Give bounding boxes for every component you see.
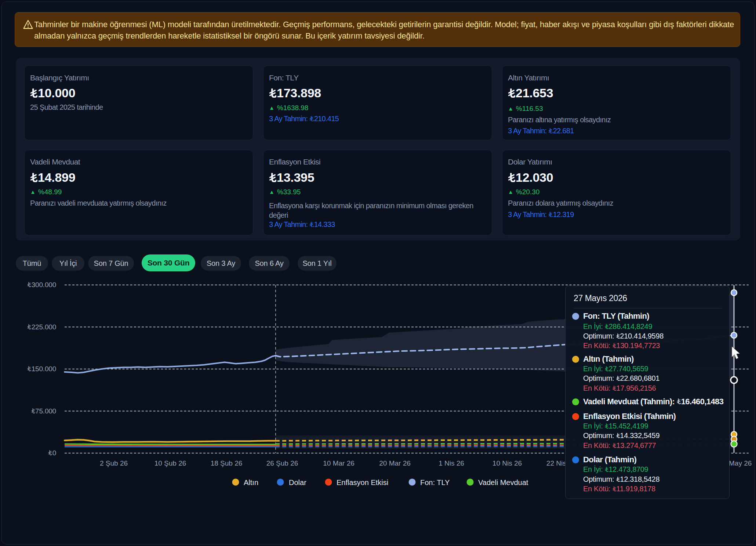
svg-text:Dolar: Dolar bbox=[289, 478, 306, 487]
svg-text:1 Nis 26: 1 Nis 26 bbox=[439, 459, 464, 467]
svg-text:10 Nis 26: 10 Nis 26 bbox=[493, 459, 522, 467]
svg-text:Enflasyon Etkisi: Enflasyon Etkisi bbox=[337, 478, 388, 487]
svg-text:Vadeli Mevduat: Vadeli Mevduat bbox=[478, 478, 528, 487]
svg-text:20 Mar 26: 20 Mar 26 bbox=[379, 459, 411, 467]
svg-text:10 Şub 26: 10 Şub 26 bbox=[155, 459, 186, 467]
svg-text:10 Mar 26: 10 Mar 26 bbox=[323, 459, 355, 467]
svg-text:Fon: TLY: Fon: TLY bbox=[420, 478, 450, 487]
svg-text:Altın: Altın bbox=[244, 478, 258, 487]
svg-text:2 Şub 26: 2 Şub 26 bbox=[100, 459, 128, 467]
svg-text:18 Şub 26: 18 Şub 26 bbox=[211, 459, 243, 467]
svg-text:26 Şub 26: 26 Şub 26 bbox=[266, 459, 298, 467]
